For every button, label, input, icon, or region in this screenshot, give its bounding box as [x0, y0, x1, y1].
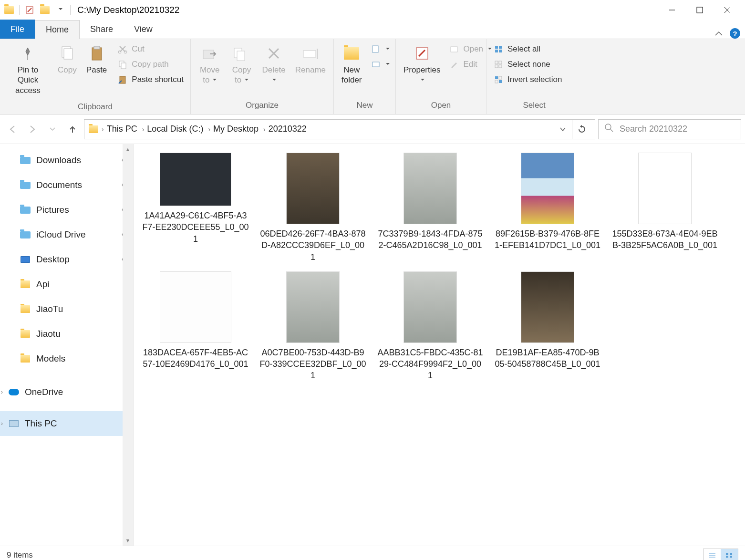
address-bar[interactable]: › This PC› Local Disk (C:)› My Desktop› …	[84, 119, 595, 139]
svg-rect-31	[495, 65, 498, 68]
select-none-icon	[493, 59, 504, 70]
sidebar-item[interactable]: Jiaotu	[0, 321, 133, 346]
copy-path-icon	[117, 59, 128, 70]
easy-access-icon	[371, 59, 381, 70]
paste-button[interactable]: Paste	[83, 42, 111, 77]
breadcrumb-segment[interactable]: 20210322	[269, 124, 307, 134]
sidebar-item[interactable]: iCloud Drive	[0, 222, 133, 247]
svg-rect-34	[499, 76, 502, 79]
select-all-button[interactable]: Select all	[490, 42, 565, 56]
svg-rect-44	[726, 556, 728, 558]
help-button[interactable]: ?	[730, 28, 740, 39]
folder-icon	[20, 280, 31, 289]
breadcrumb-segment[interactable]: Local Disk (C:)›	[147, 124, 210, 134]
qat-new-folder-icon[interactable]	[40, 5, 50, 15]
file-item[interactable]: 155D33E8-673A-4E04-9EBB-3B25F5AC6A0B_L0_…	[609, 153, 721, 263]
sidebar-item[interactable]: Downloads	[0, 148, 133, 173]
breadcrumb-segment[interactable]: This PC›	[107, 124, 145, 134]
sidebar-item[interactable]: Desktop	[0, 247, 133, 272]
tab-file[interactable]: File	[0, 20, 35, 39]
close-button[interactable]	[714, 0, 741, 20]
sidebar-item-this-pc[interactable]: ›This PC	[0, 411, 133, 436]
scroll-up-icon[interactable]: ▲	[123, 144, 133, 155]
new-item-button[interactable]	[368, 42, 393, 56]
sidebar-item-label: Api	[36, 279, 49, 290]
new-folder-button[interactable]: New folder	[338, 42, 366, 87]
file-name: 155D33E8-673A-4E04-9EBB-3B25F5AC6A0B_L0_…	[609, 228, 721, 251]
tab-home[interactable]: Home	[35, 20, 80, 39]
thumbnail	[404, 271, 457, 343]
cut-button[interactable]: Cut	[114, 42, 186, 56]
svg-rect-33	[495, 76, 498, 79]
sidebar-item-onedrive[interactable]: ›OneDrive	[0, 380, 133, 404]
sidebar-item-label: Pictures	[36, 205, 69, 215]
thumbnail	[638, 153, 692, 224]
properties-button[interactable]: Properties	[400, 42, 444, 87]
navigation-bar: › This PC› Local Disk (C:)› My Desktop› …	[0, 114, 745, 144]
svg-rect-35	[495, 80, 498, 83]
expand-icon[interactable]: ›	[1, 389, 8, 395]
scroll-down-icon[interactable]: ▼	[123, 535, 133, 546]
qat-customize-dropdown[interactable]	[55, 5, 65, 15]
forward-button[interactable]	[24, 121, 41, 138]
sidebar-item[interactable]: Api	[0, 272, 133, 297]
refresh-button[interactable]	[572, 120, 591, 139]
file-item[interactable]: 183DACEA-657F-4EB5-AC57-10E2469D4176_L0_…	[139, 271, 252, 382]
sidebar-item[interactable]: Documents	[0, 173, 133, 197]
invert-selection-button[interactable]: Invert selection	[490, 73, 565, 87]
file-item[interactable]: DE19B1AF-EA85-470D-9B05-50458788C45B_L0_…	[491, 271, 604, 382]
move-to-button[interactable]: Move to	[195, 42, 225, 87]
file-item[interactable]: 1A41AA29-C61C-4BF5-A3F7-EE230DCEEE55_L0_…	[139, 153, 252, 263]
maximize-button[interactable]	[686, 0, 714, 20]
sidebar-item[interactable]: JiaoTu	[0, 297, 133, 321]
svg-rect-22	[372, 62, 379, 67]
navigation-pane: DownloadsDocumentsPicturesiCloud DriveDe…	[0, 144, 134, 546]
address-dropdown-button[interactable]	[553, 120, 572, 139]
sidebar-item[interactable]: Models	[0, 346, 133, 371]
file-item[interactable]: A0C7BE00-753D-443D-B9F0-339CCEE32DBF_L0_…	[257, 271, 369, 382]
svg-point-37	[605, 124, 611, 130]
sidebar-item-label: OneDrive	[25, 387, 63, 397]
group-label-new: New	[334, 99, 395, 114]
details-view-button[interactable]	[704, 549, 721, 560]
delete-button[interactable]: Delete	[259, 42, 290, 87]
file-item[interactable]: 7C3379B9-1843-4FDA-8752-C465A2D16C98_L0_…	[374, 153, 486, 263]
file-item[interactable]: 06DED426-26F7-4BA3-878D-A82CCC39D6EF_L0_…	[257, 153, 369, 263]
copy-button[interactable]: Copy	[54, 42, 81, 77]
thumbnail	[286, 271, 340, 343]
folder-icon	[20, 180, 31, 190]
file-item[interactable]: 89F2615B-B379-476B-8FE1-EFEB141D7DC1_L0_…	[491, 153, 604, 263]
move-to-icon	[200, 44, 219, 63]
folder-icon	[20, 230, 31, 239]
qat-properties-icon[interactable]	[24, 5, 35, 15]
select-all-icon	[493, 44, 504, 54]
up-button[interactable]	[64, 121, 81, 138]
svg-rect-27	[495, 50, 498, 52]
easy-access-button[interactable]	[368, 57, 393, 72]
select-none-button[interactable]: Select none	[490, 57, 565, 72]
file-view: 1A41AA29-C61C-4BF5-A3F7-EE230DCEEE55_L0_…	[134, 144, 745, 546]
expand-icon[interactable]: ›	[1, 420, 8, 427]
search-input[interactable]: Search 20210322	[598, 119, 741, 139]
svg-rect-13	[120, 76, 125, 83]
thumbnails-view-button[interactable]	[721, 549, 738, 560]
breadcrumb-segment[interactable]: My Desktop›	[213, 124, 266, 134]
svg-rect-12	[121, 63, 126, 69]
sidebar-item-label: Jiaotu	[36, 329, 61, 339]
svg-rect-29	[495, 61, 498, 64]
minimize-button[interactable]	[658, 0, 686, 20]
back-button[interactable]	[4, 121, 21, 138]
recent-locations-button[interactable]	[44, 121, 61, 138]
paste-shortcut-button[interactable]: Paste shortcut	[114, 73, 186, 87]
copy-path-button[interactable]: Copy path	[114, 57, 186, 72]
tab-share[interactable]: Share	[80, 20, 124, 39]
delete-icon	[264, 44, 283, 63]
collapse-ribbon-button[interactable]	[714, 28, 724, 39]
sidebar-scrollbar[interactable]: ▲ ▼	[123, 144, 133, 546]
file-item[interactable]: AABB31C5-FBDC-435C-8129-CC484F9994F2_L0_…	[374, 271, 486, 382]
pin-quick-access-button[interactable]: Pin to Quick access	[4, 42, 52, 97]
tab-view[interactable]: View	[124, 20, 163, 39]
sidebar-item[interactable]: Pictures	[0, 197, 133, 222]
rename-button[interactable]: Rename	[291, 42, 330, 77]
copy-to-button[interactable]: Copy to	[227, 42, 256, 87]
